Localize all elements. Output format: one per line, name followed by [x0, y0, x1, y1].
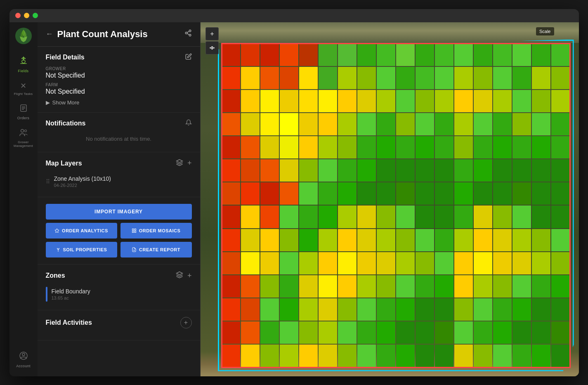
order-analytics-button[interactable]: ORDER ANALYTICS: [46, 223, 117, 239]
heatmap-cell: [493, 275, 512, 298]
heatmap-cell: [532, 275, 550, 298]
map-controls: [205, 27, 219, 54]
heatmap-cell: [260, 252, 279, 274]
heatmap-cell: [532, 136, 550, 158]
heatmap-cell: [454, 136, 473, 158]
zone-info: Field Boundary 13.65 ac: [52, 288, 90, 300]
heatmap-cell: [396, 345, 415, 367]
map-layers-icon[interactable]: [176, 159, 183, 168]
heatmap-cell: [280, 229, 298, 251]
heatmap-cell: [338, 252, 357, 274]
heatmap-cell: [532, 298, 550, 321]
heatmap-cell: [377, 298, 395, 321]
drag-handle-icon[interactable]: ⠿: [46, 178, 50, 185]
show-more-button[interactable]: ▶ Show More: [46, 99, 192, 106]
heatmap-cell: [396, 252, 415, 274]
flight-tasks-label: Flight Tasks: [14, 92, 33, 96]
add-zone-button[interactable]: +: [187, 272, 192, 280]
nav-logo[interactable]: [15, 27, 32, 45]
heatmap-cell: [260, 44, 279, 66]
sidebar-item-orders[interactable]: Orders: [12, 101, 35, 123]
order-mosaics-button[interactable]: ORDER MOSAICS: [120, 223, 192, 239]
heatmap-cell: [338, 321, 357, 344]
heatmap-cell: [493, 44, 512, 66]
soil-properties-button[interactable]: SOIL PROPERTIES: [46, 242, 117, 257]
heatmap-cell: [377, 345, 395, 367]
zones-layers-icon[interactable]: [176, 271, 183, 280]
heatmap-cell: [435, 205, 453, 228]
heatmap-cell: [222, 136, 241, 158]
heatmap-cell: [222, 275, 241, 298]
sidebar-header-left: ← Plant Count Analysis: [46, 29, 148, 40]
sidebar-item-fields[interactable]: Fields: [12, 53, 35, 76]
svg-point-13: [189, 34, 191, 36]
account-label: Account: [16, 364, 31, 368]
sidebar-item-grower-management[interactable]: Grower Management: [12, 125, 35, 151]
orders-label: Orders: [17, 116, 29, 120]
heatmap-cell: [280, 67, 298, 89]
heatmap-cell: [551, 229, 570, 251]
zoom-in-button[interactable]: [205, 27, 219, 40]
heatmap-cell: [474, 136, 492, 158]
sidebar: ← Plant Count Analysis Field Details: [38, 22, 201, 376]
heatmap-cell: [512, 252, 531, 274]
minimize-button[interactable]: [24, 13, 29, 18]
import-imagery-button[interactable]: IMPORT IMAGERY: [46, 204, 192, 220]
heatmap-cell: [357, 298, 376, 321]
svg-point-10: [22, 353, 25, 356]
heatmap-cell: [435, 275, 453, 298]
close-button[interactable]: [15, 13, 21, 18]
heatmap-cell: [512, 136, 531, 158]
field-details-section: Field Details Grower Not Specified Farm …: [38, 47, 200, 113]
heatmap-cell: [435, 159, 453, 182]
heatmap-cell: [319, 136, 337, 158]
share-button[interactable]: [184, 29, 192, 39]
maximize-button[interactable]: [33, 13, 38, 18]
heatmap-cell: [454, 44, 473, 66]
heatmap-cell: [319, 275, 337, 298]
heatmap-cell: [551, 67, 570, 89]
heatmap-cell: [474, 113, 492, 135]
heatmap-cell: [338, 159, 357, 182]
heatmap-cell: [299, 252, 318, 274]
titlebar: [9, 9, 579, 22]
heatmap-cell: [280, 159, 298, 182]
svg-line-15: [187, 31, 189, 33]
heatmap-cell: [416, 252, 434, 274]
heatmap-cell: [241, 298, 260, 321]
heatmap-cell: [416, 44, 434, 66]
heatmap-cell: [280, 113, 298, 135]
field-activities-title: Field Activities: [46, 319, 92, 326]
heatmap-cell: [299, 321, 318, 344]
heatmap-cell: [435, 298, 453, 321]
sidebar-item-flight-tasks[interactable]: ✕ Flight Tasks: [12, 78, 35, 99]
heatmap-cell: [222, 229, 241, 251]
orders-icon: [19, 104, 28, 114]
heatmap-cell: [512, 67, 531, 89]
heatmap-cell: [357, 205, 376, 228]
heatmap-cell: [416, 321, 434, 344]
heatmap-cell: [396, 159, 415, 182]
add-layer-button[interactable]: +: [187, 159, 192, 168]
field-activities-header: Field Activities +: [46, 317, 192, 328]
add-activity-button[interactable]: +: [180, 317, 192, 328]
heatmap-cell: [454, 298, 473, 321]
field-details-title: Field Details: [46, 54, 85, 61]
heatmap-cell: [338, 182, 357, 205]
create-report-button[interactable]: CREATE REPORT: [120, 242, 192, 257]
edit-button[interactable]: [185, 53, 192, 61]
heatmap-grid: [221, 43, 571, 368]
heatmap-cell: [532, 90, 550, 112]
grower-label: Grower: [46, 66, 192, 71]
heatmap-cell: [493, 67, 512, 89]
layer-date: 04-26-2022: [54, 183, 111, 188]
app-body: Fields ✕ Flight Tasks Orders: [9, 22, 579, 376]
pan-button[interactable]: [205, 41, 219, 54]
heatmap-cell: [416, 90, 434, 112]
heatmap-cell: [319, 90, 337, 112]
sidebar-item-account[interactable]: Account: [12, 348, 35, 371]
heatmap-cell: [493, 205, 512, 228]
heatmap-cell: [299, 229, 318, 251]
map-area[interactable]: Scale: [201, 22, 579, 376]
back-button[interactable]: ←: [46, 30, 53, 38]
